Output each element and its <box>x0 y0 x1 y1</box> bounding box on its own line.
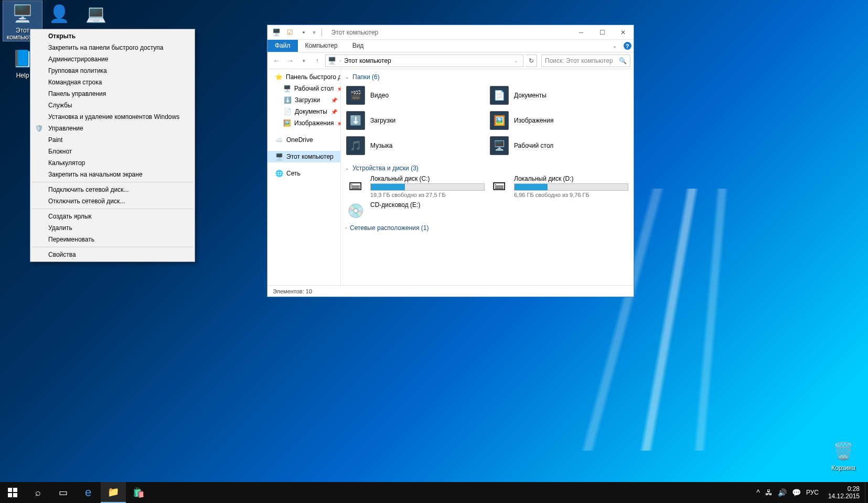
content-pane: ⌄Папки (6) 🎬Видео 📄Документы ⬇️Загрузки … <box>341 69 634 285</box>
computer-icon: 🖥️ <box>275 152 283 161</box>
status-text: Элементов: 10 <box>273 288 312 294</box>
nav-downloads[interactable]: ⬇️Загрузки📌 <box>267 94 340 106</box>
minimize-button[interactable]: ─ <box>571 25 592 40</box>
menu-disconnect-drive[interactable]: Отключить сетевой диск... <box>31 195 194 207</box>
folder-music[interactable]: 🎵Музыка <box>346 134 485 157</box>
menu-delete[interactable]: Удалить <box>31 222 194 234</box>
close-button[interactable]: ✕ <box>613 25 634 40</box>
search-icon: ⌕ <box>35 487 41 498</box>
downloads-icon: ⬇️ <box>283 96 292 104</box>
tray-chevron-icon[interactable]: ^ <box>756 488 760 497</box>
search-icon: 🔍 <box>619 57 627 64</box>
group-devices[interactable]: ⌄Устройства и диски (3) <box>343 161 631 174</box>
menu-paint[interactable]: Paint <box>31 134 194 146</box>
help-icon: ? <box>624 42 631 50</box>
folder-video[interactable]: 🎬Видео <box>346 84 485 107</box>
nav-documents[interactable]: 📄Документы📌 <box>267 106 340 117</box>
folder-desktop[interactable]: 🖥️Рабочий стол <box>490 134 628 157</box>
system-tray: ^ 🖧 🔊 💬 РУС <box>752 488 823 497</box>
app-icon[interactable]: 🖥️ <box>271 27 282 38</box>
taskbar: ⌕ ▭ e 📁 🛍️ ^ 🖧 🔊 💬 РУС 0:28 14.12.2015 <box>0 482 868 503</box>
group-folders[interactable]: ⌄Папки (6) <box>343 70 631 83</box>
menu-notepad[interactable]: Блокнот <box>31 146 194 157</box>
menu-add-remove-components[interactable]: Установка и удаление компонентов Windows <box>31 111 194 123</box>
task-view-button[interactable]: ▭ <box>50 482 76 503</box>
qat-folder-icon[interactable]: ▪ <box>298 27 309 38</box>
search-input[interactable]: Поиск: Этот компьютер 🔍 <box>541 54 630 67</box>
maximize-button[interactable]: ☐ <box>592 25 613 40</box>
window-title: Этот компьютер <box>328 29 571 36</box>
qat-properties-icon[interactable]: ☑ <box>284 27 296 38</box>
breadcrumb[interactable]: Этот компьютер <box>344 57 391 64</box>
drive-c[interactable]: 🖴 Локальный диск (C:) 19,3 ГБ свободно и… <box>346 175 485 198</box>
svg-rect-3 <box>13 493 17 497</box>
folder-documents[interactable]: 📄Документы <box>490 84 628 107</box>
volume-icon[interactable]: 🔊 <box>778 488 787 497</box>
nav-quick-access[interactable]: ⭐Панель быстрого до <box>267 71 340 83</box>
titlebar[interactable]: 🖥️ ☑ ▪ ▾ │ Этот компьютер ─ ☐ ✕ <box>267 25 634 40</box>
back-button[interactable]: ← <box>271 55 282 67</box>
recent-locations-button[interactable]: ▾ <box>298 55 309 67</box>
language-indicator[interactable]: РУС <box>806 489 819 496</box>
pin-icon: 📌 <box>331 97 337 103</box>
drive-d[interactable]: 🖴 Локальный диск (D:) 6,96 ГБ свободно и… <box>490 175 628 198</box>
desktop-icon: 🖥️ <box>283 84 291 93</box>
desktop-icon-app-2[interactable]: 💻 <box>77 1 115 27</box>
nav-desktop[interactable]: 🖥️Рабочий стол📌 <box>267 83 340 94</box>
desktop-icon-app-1[interactable]: 👤 <box>40 1 79 27</box>
menu-pin-quick-access[interactable]: Закрепить на панели быстрого доступа <box>31 42 194 53</box>
menu-create-shortcut[interactable]: Создать ярлык <box>31 211 194 222</box>
desktop[interactable]: 🖥️ Этот компьютер 👤 💻 📘 Help 🗑️ Корзина … <box>0 0 868 503</box>
clock-time: 0:28 <box>828 485 860 493</box>
tab-view[interactable]: Вид <box>345 40 371 52</box>
chevron-down-icon: ⌄ <box>345 166 349 171</box>
network-icon: 🌐 <box>275 169 283 178</box>
up-button[interactable]: ↑ <box>312 55 323 67</box>
help-button[interactable]: ? <box>621 40 634 52</box>
notifications-icon[interactable]: 💬 <box>792 488 801 497</box>
search-button[interactable]: ⌕ <box>25 482 50 503</box>
group-network[interactable]: ›Сетевые расположения (1) <box>343 221 631 234</box>
menu-command-line[interactable]: Командная строка <box>31 76 194 88</box>
desktop-icon-recycle-bin[interactable]: 🗑️ Корзина <box>824 439 863 472</box>
nav-this-pc[interactable]: 🖥️Этот компьютер <box>267 151 340 162</box>
taskbar-edge[interactable]: e <box>76 482 101 503</box>
refresh-button[interactable]: ↻ <box>526 54 537 67</box>
show-desktop-button[interactable] <box>865 482 868 503</box>
menu-properties[interactable]: Свойства <box>31 249 194 260</box>
menu-group-policy[interactable]: Групповая политика <box>31 65 194 76</box>
documents-icon: 📄 <box>283 107 292 116</box>
nav-pictures[interactable]: 🖼️Изображения📌 <box>267 117 340 129</box>
menu-services[interactable]: Службы <box>31 100 194 111</box>
start-button[interactable] <box>0 482 25 503</box>
svg-rect-0 <box>8 488 12 492</box>
menu-calculator[interactable]: Калькулятор <box>31 157 194 169</box>
explorer-icon: 📁 <box>108 486 119 498</box>
taskbar-explorer[interactable]: 📁 <box>101 482 126 503</box>
edge-icon: e <box>85 486 91 499</box>
menu-open[interactable]: Открыть <box>31 30 194 42</box>
folder-pictures[interactable]: 🖼️Изображения <box>490 109 628 132</box>
nav-network[interactable]: 🌐Сеть <box>267 168 340 179</box>
menu-map-drive[interactable]: Подключить сетевой диск... <box>31 184 194 195</box>
tab-computer[interactable]: Компьютер <box>298 40 345 52</box>
menu-rename[interactable]: Переименовать <box>31 234 194 245</box>
address-dropdown-button[interactable]: ⌄ <box>511 58 521 63</box>
tab-file[interactable]: Файл <box>267 40 298 52</box>
folder-downloads[interactable]: ⬇️Загрузки <box>346 109 485 132</box>
menu-administration[interactable]: Администрирование <box>31 53 194 65</box>
menu-control-panel[interactable]: Панель управления <box>31 88 194 100</box>
clock[interactable]: 0:28 14.12.2015 <box>823 485 865 500</box>
menu-manage[interactable]: 🛡️Управление <box>31 123 194 134</box>
forward-button[interactable]: → <box>284 55 296 67</box>
address-bar[interactable]: 🖥️ › Этот компьютер ⌄ <box>325 54 523 67</box>
taskbar-store[interactable]: 🛍️ <box>126 482 151 503</box>
star-icon: ⭐ <box>275 73 283 81</box>
network-icon[interactable]: 🖧 <box>765 488 773 497</box>
drive-e[interactable]: 💿 CD-дисковод (E:) <box>346 201 485 220</box>
laptop-icon: 💻 <box>83 1 109 26</box>
menu-pin-start[interactable]: Закрепить на начальном экране <box>31 169 194 180</box>
cd-icon: 💿 <box>346 201 365 220</box>
nav-onedrive[interactable]: ☁️OneDrive <box>267 134 340 146</box>
ribbon-expand-button[interactable]: ⌄ <box>608 40 621 52</box>
